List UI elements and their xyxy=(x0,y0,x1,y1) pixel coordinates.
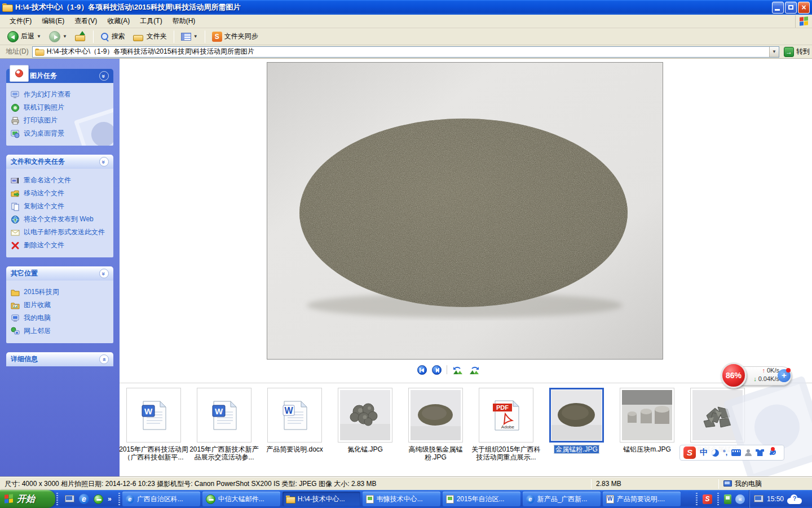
svg-text:W: W xyxy=(284,406,293,415)
restore-button[interactable] xyxy=(785,2,797,14)
expand-chevron-icon[interactable]: » xyxy=(99,354,109,364)
hide-tray-icons-button[interactable]: « xyxy=(735,494,745,504)
taskbar-button-label: 广西自治区科... xyxy=(137,494,183,504)
network-status-icon[interactable] xyxy=(754,495,764,503)
rotate-counterclockwise-button[interactable] xyxy=(452,365,464,375)
taskbar-button-6[interactable]: e 新产品_广西新... xyxy=(523,492,601,506)
sogou-logo-icon[interactable]: S xyxy=(683,446,696,459)
rotate-clockwise-button[interactable] xyxy=(469,365,480,375)
thumbnail-word-doc-2[interactable]: W 2015年广西新技术新产品展示交流活动参... xyxy=(197,388,251,461)
folders-button[interactable]: 文件夹 xyxy=(129,30,171,43)
punctuation-toggle[interactable]: °, xyxy=(723,449,727,457)
soft-keyboard-icon[interactable] xyxy=(731,449,741,456)
views-button[interactable]: ▼ xyxy=(177,31,202,42)
address-dropdown-button[interactable]: ▼ xyxy=(769,47,779,57)
menu-view[interactable]: 查看(V) xyxy=(69,15,102,28)
panel-file-tasks: 文件和文件夹任务 » 重命名这个文件 移动这个文件 复制这个文件 将这个文件发布… xyxy=(6,155,113,257)
go-button[interactable]: → 转到 xyxy=(784,47,810,57)
task-email-file[interactable]: 以电子邮件形式发送此文件 xyxy=(11,226,110,239)
show-desktop-icon[interactable] xyxy=(65,495,74,503)
previous-image-button[interactable] xyxy=(417,365,427,375)
task-label: 以电子邮件形式发送此文件 xyxy=(24,228,105,236)
task-order-prints[interactable]: 联机订购照片 xyxy=(11,101,110,114)
accelerator-ball-widget[interactable]: ↑ 0K/s ↓ 0.04K/s 86% + xyxy=(721,365,792,387)
usb-device-icon[interactable] xyxy=(724,494,731,504)
back-dropdown-icon[interactable]: ▼ xyxy=(37,34,41,39)
search-button[interactable]: 搜索 xyxy=(96,30,129,43)
preview-image[interactable] xyxy=(267,62,663,360)
thumbnail-jinshumengfen-selected[interactable]: 金属锰粉.JPG xyxy=(549,388,604,453)
task-label: 设为桌面背景 xyxy=(24,129,64,137)
internet-explorer-icon[interactable]: e xyxy=(79,494,89,504)
place-my-pictures[interactable]: 图片收藏 xyxy=(11,299,110,312)
task-label: 打印该图片 xyxy=(24,116,58,124)
taskbar-button-1[interactable]: e 广西自治区科... xyxy=(122,492,200,506)
thumbnail-label: 金属锰粉.JPG xyxy=(554,445,599,453)
thumbnail-mengluyakuai[interactable]: 锰铝压块m.JPG xyxy=(620,388,674,453)
thumbnail-pdf-doc[interactable]: PDF Adobe 关于组织2015年广西科技活动周重点展示... xyxy=(479,388,533,461)
green-app-icon[interactable] xyxy=(94,494,103,504)
cloud-help-icon[interactable]: ? xyxy=(787,494,802,504)
thumbnail-word-doc-1[interactable]: W 2015年广西科技活动周（广西科技创新平... xyxy=(126,388,181,461)
task-publish-web[interactable]: 将这个文件发布到 Web xyxy=(11,213,110,226)
close-button[interactable]: × xyxy=(798,2,810,14)
address-input[interactable]: H:\4-技术中心\（1-9）各项科技活动\2015科技周\科技活动周所需图片 … xyxy=(32,46,779,58)
menu-favorites[interactable]: 收藏(A) xyxy=(102,15,135,28)
panel-file-tasks-header[interactable]: 文件和文件夹任务 » xyxy=(6,155,113,169)
thumbnail-danhuameng[interactable]: 氮化锰.JPG xyxy=(338,388,392,453)
svg-text:W: W xyxy=(144,406,152,416)
task-move-file[interactable]: 移动这个文件 xyxy=(11,187,110,200)
menu-help[interactable]: 帮助(H) xyxy=(167,15,201,28)
clock[interactable]: 15:50 xyxy=(767,495,784,503)
panel-picture-tasks-header[interactable]: 图片任务 » xyxy=(6,69,113,83)
account-icon[interactable] xyxy=(745,449,752,456)
back-icon xyxy=(7,31,19,42)
next-image-button[interactable] xyxy=(432,365,442,375)
up-button[interactable] xyxy=(71,30,90,43)
fullwidth-moon-icon[interactable] xyxy=(712,449,719,457)
thumbnail-label: 2015年广西新技术新产品展示交流活动参... xyxy=(189,445,259,461)
printer-icon xyxy=(11,116,20,125)
minimize-button[interactable] xyxy=(772,2,784,14)
panel-other-places-header[interactable]: 其它位置 » xyxy=(6,266,113,281)
panel-details-header[interactable]: 详细信息 » xyxy=(6,352,113,366)
collapse-chevron-icon[interactable]: » xyxy=(99,157,109,167)
collapse-chevron-icon[interactable]: » xyxy=(99,71,109,81)
folder-sync-button[interactable]: S 文件夹同步 xyxy=(208,30,262,43)
place-my-computer[interactable]: 我的电脑 xyxy=(11,312,110,325)
views-dropdown-icon[interactable]: ▼ xyxy=(193,34,198,39)
up-folder-icon xyxy=(75,32,86,41)
task-copy-file[interactable]: 复制这个文件 xyxy=(11,200,110,213)
thumbnail-gaochunji-powder[interactable]: 高纯级脱氢金属锰粉.JPG xyxy=(408,388,463,461)
task-rename-file[interactable]: 重命名这个文件 xyxy=(11,174,110,187)
back-button[interactable]: 后退 ▼ xyxy=(3,29,45,44)
sogou-tray-icon[interactable]: S xyxy=(703,494,712,504)
collapse-chevron-icon[interactable]: » xyxy=(99,269,109,278)
panel-other-places: 其它位置 » 2015科技周 图片收藏 我的电脑 网上邻居 xyxy=(6,266,113,343)
place-network[interactable]: 网上邻居 xyxy=(11,325,110,338)
place-2015-tech-week[interactable]: 2015科技周 xyxy=(11,286,110,299)
menu-file[interactable]: 文件(F) xyxy=(5,15,37,28)
quick-launch-overflow[interactable]: » xyxy=(108,495,112,503)
taskbar-button-2[interactable]: 中信大锰邮件... xyxy=(202,492,280,506)
divider xyxy=(447,365,447,374)
start-button[interactable]: 开始 xyxy=(0,490,55,508)
mail-app-icon xyxy=(206,494,215,504)
task-view-slideshow[interactable]: 作为幻灯片查看 xyxy=(11,88,110,101)
forward-button[interactable]: ▼ xyxy=(45,29,71,44)
menu-edit[interactable]: 编辑(E) xyxy=(37,15,69,28)
memory-percent-ball[interactable]: 86% xyxy=(721,362,747,388)
thumbnail-word-doc-3[interactable]: W 产品简要说明.docx xyxy=(267,388,322,453)
settings-wrench-icon[interactable] xyxy=(768,449,776,457)
skin-icon[interactable] xyxy=(756,449,764,456)
task-label: 作为幻灯片查看 xyxy=(24,90,71,98)
taskbar-button-7[interactable]: 产品简要说明.... xyxy=(603,492,681,506)
menu-bar: 文件(F) 编辑(E) 查看(V) 收藏(A) 工具(T) 帮助(H) xyxy=(0,15,812,28)
menu-tools[interactable]: 工具(T) xyxy=(135,15,167,28)
taskbar-button-4[interactable]: 韦慷技术中心... xyxy=(363,492,440,506)
sogou-ime-toolbar[interactable]: S 中 °, xyxy=(679,445,784,461)
chinese-mode-toggle[interactable]: 中 xyxy=(700,448,708,458)
taskbar-button-5[interactable]: 2015年自治区... xyxy=(443,492,520,506)
taskbar-button-3-active[interactable]: H:\4-技术中心... xyxy=(283,492,360,506)
task-delete-file[interactable]: 删除这个文件 xyxy=(11,239,110,252)
